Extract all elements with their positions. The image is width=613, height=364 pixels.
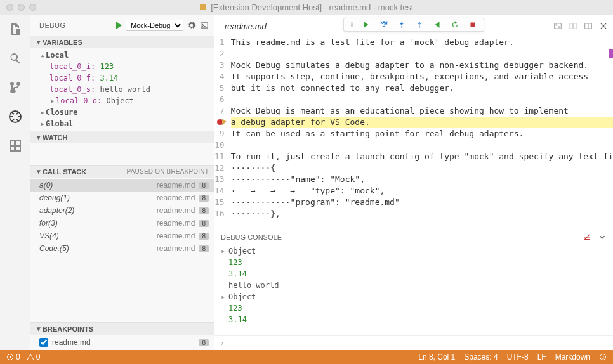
drag-handle-icon[interactable]: ⁞⁞	[350, 21, 353, 29]
console-entry: 123	[221, 257, 607, 268]
debug-console-panel: DEBUG CONSOLE ▸Object1233.14hello world▸…	[214, 230, 613, 350]
debug-config-select[interactable]: Mock-Debug	[126, 20, 183, 31]
variable-row[interactable]: local_0_s: hello world	[30, 84, 214, 95]
start-debugging-button[interactable]	[116, 22, 122, 29]
callstack-section: ▾CALL STACK PAUSED ON BREAKPOINT a(0)rea…	[30, 165, 214, 256]
scope-global[interactable]: ▸Global	[30, 118, 214, 129]
svg-rect-10	[574, 23, 577, 29]
scope-local[interactable]: ▴Local	[30, 49, 214, 61]
search-icon[interactable]	[8, 51, 23, 66]
step-over-icon[interactable]	[379, 20, 388, 29]
stack-frame[interactable]: debug(1)readme.md8	[30, 192, 214, 204]
svg-point-14	[600, 354, 606, 360]
svg-point-15	[602, 356, 602, 356]
stack-frame[interactable]: for(3)readme.md8	[30, 217, 214, 230]
status-warnings[interactable]: 0	[27, 353, 41, 361]
stack-frame[interactable]: Code.(5)readme.md8	[30, 242, 214, 255]
watch-header[interactable]: ▾WATCH	[30, 131, 214, 143]
svg-rect-6	[555, 23, 562, 29]
variables-header[interactable]: ▾VARIABLES	[30, 36, 214, 48]
split-editor-icon[interactable]	[553, 22, 562, 30]
stack-frame[interactable]: adapter(2)readme.md8	[30, 204, 214, 217]
status-eol[interactable]: LF	[537, 353, 546, 361]
breakpoint-checkbox[interactable]	[39, 338, 48, 347]
editor-tab[interactable]: readme.md	[220, 22, 272, 31]
preview-icon[interactable]	[569, 22, 577, 30]
warning-icon	[27, 353, 34, 361]
status-ln-col[interactable]: Ln 8, Col 1	[418, 353, 455, 361]
console-entry: ▸Object	[221, 245, 607, 257]
close-window-button[interactable]	[6, 4, 13, 11]
maximize-window-button[interactable]	[29, 4, 36, 11]
step-out-icon[interactable]	[415, 20, 424, 29]
svg-point-2	[383, 26, 385, 27]
debug-console-input[interactable]: ›	[214, 335, 613, 350]
stack-frame[interactable]: VS(4)readme.md8	[30, 230, 214, 242]
status-errors[interactable]: 0	[6, 353, 20, 361]
editor-tabbar: readme.md ⁞⁞	[214, 15, 613, 37]
window-title: [Extension Development Host] - readme.md…	[0, 3, 613, 12]
status-language[interactable]: Markdown	[555, 353, 590, 361]
window-controls	[0, 4, 36, 11]
scope-closure[interactable]: ▸Closure	[30, 107, 214, 118]
breakpoints-section: ▾BREAKPOINTS readme.md 8	[30, 322, 214, 350]
breakpoints-header[interactable]: ▾BREAKPOINTS	[30, 323, 214, 335]
extensions-icon[interactable]	[8, 138, 23, 153]
titlebar: [Extension Development Host] - readme.md…	[0, 0, 613, 15]
editor-actions	[553, 22, 608, 30]
callstack-header[interactable]: ▾CALL STACK PAUSED ON BREAKPOINT	[30, 166, 214, 178]
console-entry: 123	[221, 302, 607, 314]
debug-sidebar: DEBUG Mock-Debug ▾VARIABLES ▴Local local…	[30, 15, 214, 350]
console-entry: 3.14	[221, 314, 607, 325]
console-entry: ▸Object	[221, 291, 607, 302]
debug-console-toggle-icon[interactable]	[200, 21, 209, 30]
clear-console-icon[interactable]	[583, 233, 591, 242]
console-entry: hello world	[221, 280, 607, 291]
watch-section: ▾WATCH	[30, 131, 214, 165]
callstack-status: PAUSED ON BREAKPOINT	[127, 168, 209, 175]
feedback-icon[interactable]	[599, 353, 607, 361]
stop-icon[interactable]	[468, 20, 477, 29]
step-back-icon[interactable]	[433, 20, 442, 29]
vscode-icon	[200, 4, 206, 10]
split-right-icon[interactable]	[584, 22, 593, 30]
console-entry: 3.14	[221, 268, 607, 280]
variable-row[interactable]: local_0_f: 3.14	[30, 72, 214, 84]
overview-ruler	[609, 49, 613, 58]
status-spaces[interactable]: Spaces: 4	[464, 353, 498, 361]
status-bar: 0 0 Ln 8, Col 1 Spaces: 4 UTF-8 LF Markd…	[0, 350, 613, 364]
svg-rect-5	[471, 23, 475, 27]
svg-point-7	[556, 24, 557, 25]
error-icon	[6, 353, 14, 361]
files-icon[interactable]	[8, 22, 23, 37]
variable-row[interactable]: local_0_i: 123	[30, 61, 214, 72]
svg-rect-1	[201, 23, 208, 28]
restart-icon[interactable]	[451, 20, 459, 29]
gear-icon[interactable]	[187, 21, 196, 30]
code-editor[interactable]: 12345678910111213141516 This readme.md i…	[214, 37, 613, 230]
variables-section: ▾VARIABLES ▴Local local_0_i: 123 local_0…	[30, 36, 214, 131]
close-icon[interactable]	[599, 22, 608, 30]
stack-frame[interactable]: a(0)readme.md8	[30, 179, 214, 192]
minimize-window-button[interactable]	[18, 4, 25, 11]
continue-icon[interactable]	[362, 20, 371, 29]
debug-toolbar: ⁞⁞	[343, 18, 484, 32]
svg-point-3	[401, 26, 402, 27]
debug-header: DEBUG Mock-Debug	[30, 15, 214, 36]
source-control-icon[interactable]	[8, 80, 23, 95]
breakpoint-row[interactable]: readme.md 8	[30, 336, 214, 349]
debug-console-title: DEBUG CONSOLE	[221, 233, 282, 241]
activity-bar	[0, 15, 30, 350]
chevron-down-icon[interactable]	[598, 233, 607, 242]
svg-point-4	[419, 26, 420, 27]
status-encoding[interactable]: UTF-8	[507, 353, 529, 361]
debug-icon[interactable]	[8, 109, 23, 124]
svg-point-16	[603, 356, 604, 356]
debug-title: DEBUG	[39, 22, 66, 29]
variable-row[interactable]: ▸local_0_o: Object	[30, 95, 214, 107]
step-into-icon[interactable]	[397, 20, 406, 29]
svg-rect-9	[570, 23, 573, 29]
svg-point-8	[558, 27, 560, 28]
editor-area: readme.md ⁞⁞	[214, 15, 613, 350]
